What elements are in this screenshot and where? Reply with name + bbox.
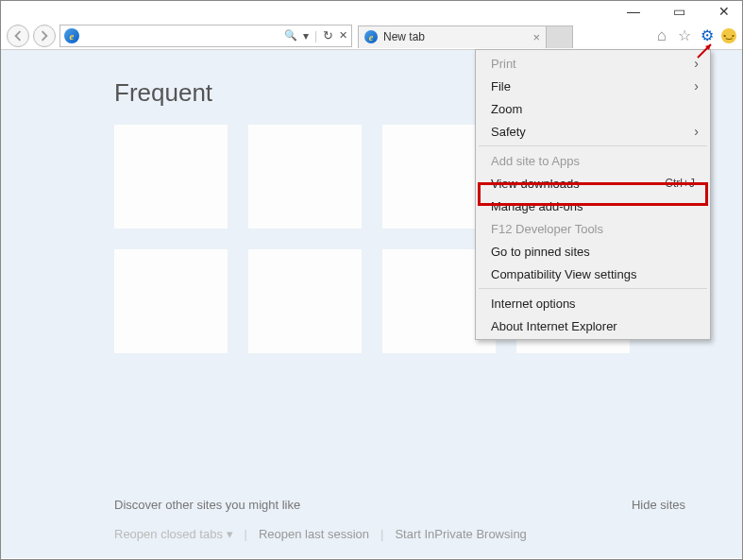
window-titlebar: — ▭ ✕: [1, 1, 742, 22]
new-tab-button[interactable]: [547, 25, 573, 48]
chevron-down-icon: ▾: [227, 527, 233, 541]
home-icon[interactable]: ⌂: [653, 27, 670, 44]
menu-separator: [479, 145, 707, 146]
menu-internet-options[interactable]: Internet options: [478, 292, 708, 314]
menu-compat-view[interactable]: Compatibility View settings: [478, 263, 708, 285]
minimize-button[interactable]: —: [619, 4, 648, 19]
reopen-last-session-link[interactable]: Reopen last session: [259, 527, 369, 541]
tab-ie-icon: e: [364, 30, 378, 43]
menu-view-downloads[interactable]: View downloads Ctrl+J: [478, 172, 708, 195]
frequent-heading: Frequent: [114, 78, 212, 108]
hide-sites-link[interactable]: Hide sites: [632, 498, 685, 512]
menu-about-ie[interactable]: About Internet Explorer: [478, 314, 708, 337]
menu-add-site-to-apps: Add site to Apps: [478, 149, 708, 172]
frequent-tile[interactable]: [248, 249, 362, 353]
start-inprivate-link[interactable]: Start InPrivate Browsing: [395, 527, 526, 541]
reopen-closed-tabs-link[interactable]: Reopen closed tabs ▾: [114, 527, 233, 541]
frequent-tile[interactable]: [114, 249, 228, 353]
forward-icon: [39, 30, 50, 42]
address-bar-icons: 🔍 ▾ | ↻ ✕: [284, 28, 347, 42]
new-tab-footer: Discover other sites you might like Hide…: [114, 498, 685, 541]
stop-icon[interactable]: ✕: [339, 29, 347, 42]
menu-manage-addons[interactable]: Manage add-ons: [478, 195, 708, 217]
tab-title: New tab: [383, 30, 425, 43]
discover-sites-link[interactable]: Discover other sites you might like: [114, 498, 300, 512]
back-button[interactable]: [7, 25, 29, 47]
tools-gear-icon[interactable]: ⚙: [699, 27, 716, 44]
menu-zoom[interactable]: Zoom: [478, 97, 708, 120]
back-icon: [12, 30, 24, 42]
shortcut-label: Ctrl+J: [665, 177, 695, 190]
frequent-tile[interactable]: [114, 125, 228, 229]
menu-safety[interactable]: Safety: [478, 120, 708, 143]
menu-f12-tools: F12 Developer Tools: [478, 217, 708, 240]
menu-pinned-sites[interactable]: Go to pinned sites: [478, 240, 708, 263]
refresh-icon[interactable]: ↻: [323, 28, 333, 42]
menu-print[interactable]: Print: [478, 52, 708, 75]
feedback-smiley-icon[interactable]: •‿•: [721, 28, 736, 43]
tab-strip: e New tab ×: [358, 24, 573, 48]
separator: |: [380, 527, 383, 541]
browser-toolbar: e 🔍 ▾ | ↻ ✕ e New tab × ⌂ ☆ ⚙ •‿•: [1, 22, 742, 50]
close-window-button[interactable]: ✕: [710, 4, 738, 19]
tab-newtab[interactable]: e New tab ×: [358, 25, 547, 48]
separator: |: [245, 527, 247, 541]
menu-file[interactable]: File: [478, 75, 708, 97]
frequent-tile[interactable]: [248, 125, 362, 229]
menu-separator: [479, 288, 707, 289]
ie-logo-icon: e: [64, 28, 79, 43]
search-icon[interactable]: 🔍: [284, 29, 297, 42]
address-bar[interactable]: e 🔍 ▾ | ↻ ✕: [59, 25, 352, 47]
tools-menu: Print File Zoom Safety Add site to Apps …: [475, 49, 711, 340]
forward-button[interactable]: [33, 25, 56, 47]
favorites-icon[interactable]: ☆: [676, 27, 693, 44]
tab-close-button[interactable]: ×: [532, 30, 540, 44]
toolbar-right-icons: ⌂ ☆ ⚙ •‿•: [653, 27, 736, 44]
dropdown-icon[interactable]: ▾: [303, 29, 309, 42]
maximize-button[interactable]: ▭: [665, 4, 693, 19]
